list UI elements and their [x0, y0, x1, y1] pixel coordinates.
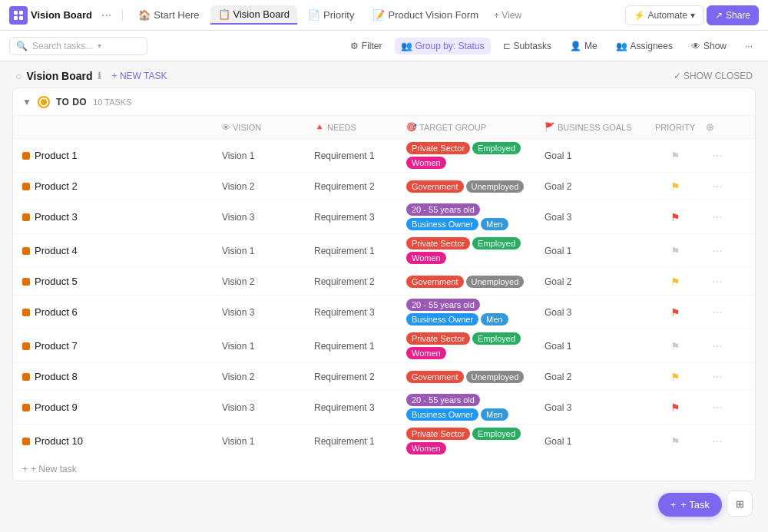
tab-product-vision-form[interactable]: 📝 Product Vision Form: [365, 6, 486, 24]
group-by-button[interactable]: 👥 Group by: Status: [395, 38, 491, 55]
task-row[interactable]: Product 1 Vision 1 Requirement 1 Private…: [13, 139, 755, 173]
tag-employed: Employed: [472, 237, 521, 249]
task-more[interactable]: ···: [706, 210, 729, 224]
task-row[interactable]: Product 3 Vision 3 Requirement 3 20 - 55…: [13, 200, 755, 234]
tab-priority-label: Priority: [323, 9, 354, 21]
task-name[interactable]: Product 7: [35, 340, 78, 352]
search-chevron-icon: ▾: [98, 41, 101, 50]
tag-government: Government: [406, 276, 464, 288]
task-goals: Goal 1: [545, 246, 644, 256]
task-name-cell: Product 4: [22, 245, 222, 256]
task-vision: Vision 3: [222, 212, 314, 223]
app-menu-dots[interactable]: ···: [98, 7, 114, 24]
task-color-dot: [22, 438, 30, 445]
task-row[interactable]: Product 8 Vision 2 Requirement 2 Governm…: [13, 363, 755, 391]
task-more[interactable]: ···: [706, 370, 729, 384]
task-name[interactable]: Product 4: [35, 245, 78, 256]
priority-flag-yellow: ⚑: [670, 276, 680, 288]
task-row[interactable]: Product 9 Vision 3 Requirement 3 20 - 55…: [13, 391, 755, 425]
task-name-cell: Product 1: [22, 150, 222, 161]
me-label: Me: [584, 41, 598, 51]
task-goals: Goal 1: [545, 341, 644, 352]
task-priority: ⚑: [644, 371, 706, 383]
task-more-icon: ···: [712, 306, 722, 319]
task-more-icon: ···: [712, 275, 722, 289]
task-name[interactable]: Product 8: [35, 371, 78, 382]
add-task-fab[interactable]: + + Task: [658, 493, 722, 517]
priority-flag-red: ⚑: [670, 211, 680, 223]
toolbar-more-button[interactable]: ···: [739, 38, 759, 55]
section-toggle-icon[interactable]: ▼: [22, 97, 31, 107]
section-header: ▼ TO DO 10 TASKS: [13, 88, 755, 116]
add-task-label: + New task: [31, 464, 77, 474]
fab-grid-button[interactable]: ⊞: [727, 491, 753, 517]
task-name[interactable]: Product 9: [35, 401, 78, 413]
subtasks-label: Subtasks: [514, 41, 551, 51]
task-row[interactable]: Product 4 Vision 1 Requirement 1 Private…: [13, 234, 755, 268]
svg-rect-1: [19, 11, 23, 15]
task-name[interactable]: Product 1: [35, 150, 78, 161]
task-target: GovernmentUnemployed: [406, 276, 545, 288]
add-task-row[interactable]: + + New task: [13, 458, 755, 481]
task-name[interactable]: Product 2: [35, 180, 78, 192]
priority-flag-gray: ⚑: [670, 150, 680, 162]
task-name[interactable]: Product 5: [35, 276, 78, 287]
task-priority: ⚑: [644, 245, 706, 257]
board-info-icon[interactable]: ℹ: [98, 71, 101, 81]
task-goals: Goal 3: [545, 307, 644, 318]
task-name-cell: Product 3: [22, 211, 222, 223]
task-more[interactable]: ···: [706, 244, 729, 258]
task-more[interactable]: ···: [706, 275, 729, 289]
subtasks-button[interactable]: ⊏ Subtasks: [497, 38, 558, 55]
assignees-button[interactable]: 👥 Assignees: [610, 38, 679, 55]
task-row[interactable]: Product 2 Vision 2 Requirement 2 Governm…: [13, 173, 755, 200]
me-icon: 👤: [570, 41, 581, 51]
task-more[interactable]: ···: [706, 435, 729, 448]
task-more[interactable]: ···: [706, 339, 729, 353]
assignees-icon: 👥: [616, 41, 627, 51]
tab-start-here[interactable]: 🏠 Start Here: [131, 6, 207, 24]
task-target: Private SectorEmployedWomen: [406, 428, 545, 454]
tag-private: Private Sector: [406, 332, 470, 345]
task-row[interactable]: Product 6 Vision 3 Requirement 3 20 - 55…: [13, 296, 755, 329]
add-task-icon: +: [22, 464, 28, 474]
task-row[interactable]: Product 7 Vision 1 Requirement 1 Private…: [13, 329, 755, 363]
add-view-btn[interactable]: + View: [489, 7, 526, 24]
task-name[interactable]: Product 6: [35, 306, 78, 318]
task-needs: Requirement 3: [314, 212, 406, 223]
share-button[interactable]: ↗ Share: [707, 5, 759, 25]
tab-vision-board[interactable]: 📋 Vision Board: [210, 5, 297, 25]
fab-label: + Task: [680, 499, 710, 511]
task-vision: Vision 1: [222, 246, 314, 256]
column-headers: 👁 VISION 🔺 NEEDS 🎯 TARGET GROUP 🚩 BUSINE…: [13, 116, 755, 139]
task-goals: Goal 1: [545, 150, 644, 161]
tag-private: Private Sector: [406, 142, 470, 154]
toolbar: 🔍 Search tasks... ▾ ⚙ Filter 👥 Group by:…: [0, 31, 768, 61]
filter-button[interactable]: ⚙ Filter: [344, 38, 389, 55]
search-box[interactable]: 🔍 Search tasks... ▾: [9, 37, 147, 55]
tab-priority[interactable]: 📄 Priority: [300, 6, 362, 24]
task-priority: ⚑: [644, 401, 706, 414]
show-button[interactable]: 👁 Show: [685, 38, 733, 55]
task-vision: Vision 2: [222, 276, 314, 287]
new-task-button[interactable]: + NEW TASK: [108, 69, 172, 83]
task-row[interactable]: Product 5 Vision 2 Requirement 2 Governm…: [13, 268, 755, 296]
new-task-label: + NEW TASK: [112, 71, 167, 81]
task-more[interactable]: ···: [706, 401, 729, 415]
col-add-icon[interactable]: ⊕: [706, 121, 714, 133]
task-more[interactable]: ···: [706, 180, 729, 193]
tag-women: Women: [406, 442, 446, 454]
task-row[interactable]: Product 10 Vision 1 Requirement 1 Privat…: [13, 425, 755, 458]
show-closed-button[interactable]: ✓ SHOW CLOSED: [674, 71, 753, 81]
priority-flag-yellow: ⚑: [670, 371, 680, 383]
me-button[interactable]: 👤 Me: [564, 38, 604, 55]
task-more[interactable]: ···: [706, 149, 729, 163]
add-view-label: + View: [494, 10, 521, 21]
task-priority: ⚑: [644, 435, 706, 448]
task-more[interactable]: ···: [706, 306, 729, 319]
needs-col-icon: 🔺: [314, 122, 325, 132]
automate-button[interactable]: ⚡ Automate ▾: [625, 5, 703, 25]
task-name[interactable]: Product 3: [35, 211, 78, 223]
task-name[interactable]: Product 10: [35, 435, 83, 447]
tag-age: 20 - 55 years old: [406, 299, 480, 311]
